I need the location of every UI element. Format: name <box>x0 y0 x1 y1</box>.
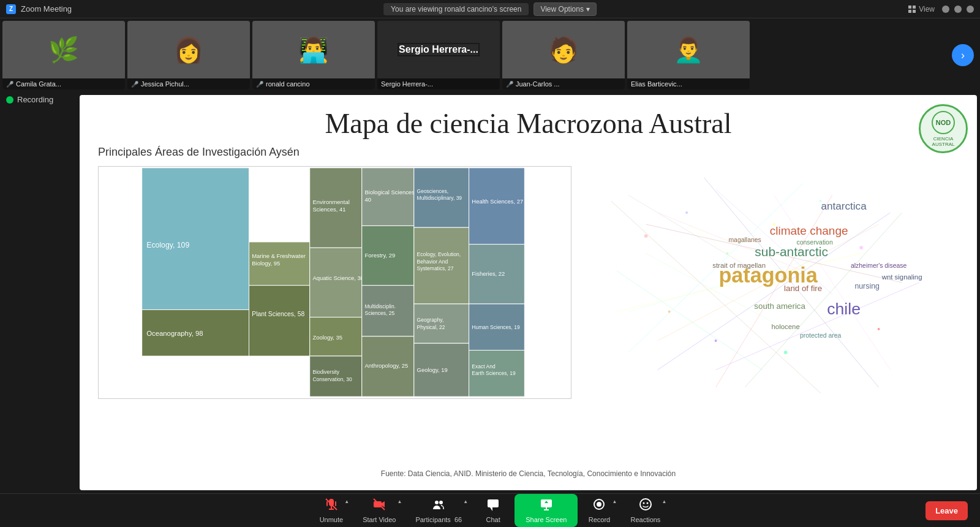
word-holocene: holocene <box>771 323 799 330</box>
svg-text:Geography,: Geography, <box>417 317 444 323</box>
participant-video-ronald: 👨‍💻 <box>252 21 375 78</box>
record-icon <box>592 498 606 514</box>
participants-icon <box>432 498 445 514</box>
minimize-button[interactable] <box>942 6 949 13</box>
unmute-label: Unmute <box>320 516 344 523</box>
share-screen-icon <box>540 498 553 514</box>
participant-video-sergio: Sergio Herrera-... <box>377 21 500 78</box>
svg-point-104 <box>640 499 651 510</box>
svg-text:Conservation, 30: Conservation, 30 <box>312 376 352 382</box>
svg-rect-48 <box>469 168 525 245</box>
microphone-muted-icon <box>325 498 338 514</box>
participant-video-jessica: 👩 <box>127 21 250 78</box>
svg-text:Sciences, 25: Sciences, 25 <box>365 310 395 316</box>
svg-text:Ecology, 109: Ecology, 109 <box>146 241 189 249</box>
svg-text:Biology, 95: Biology, 95 <box>252 260 280 267</box>
share-screen-button[interactable]: Share Screen <box>514 494 578 527</box>
muted-icon-ronald: 🎤 <box>256 81 263 88</box>
svg-text:Exact And: Exact And <box>472 363 496 370</box>
svg-point-82 <box>714 339 717 342</box>
participants-caret[interactable]: ▲ <box>463 499 468 504</box>
participant-thumb-juancarlos[interactable]: 🧑 🎤 Juan-Carlos ... <box>502 21 625 89</box>
network-wordcloud-chart: patagonia sub-antarctic climate change c… <box>578 166 959 399</box>
svg-rect-3 <box>913 10 916 13</box>
participant-thumb-sergio[interactable]: Sergio Herrera-... Sergio Herrera-... <box>377 21 500 89</box>
titlebar: Z Zoom Meeting You are viewing ronald ca… <box>0 0 980 18</box>
muted-icon-camila: 🎤 <box>6 81 13 88</box>
main-content: NOD CIENCIAAUSTRAL Mapa de ciencia Macro… <box>0 92 980 493</box>
chat-icon <box>486 498 500 514</box>
svg-text:Plant Sciences, 58: Plant Sciences, 58 <box>252 311 304 317</box>
svg-text:Aquatic Science, 38: Aquatic Science, 38 <box>312 275 363 281</box>
participants-count: 66 <box>454 516 462 523</box>
close-button[interactable] <box>967 6 974 13</box>
start-video-caret[interactable]: ▲ <box>397 499 402 504</box>
svg-point-77 <box>726 252 728 255</box>
participant-thumb-jessica[interactable]: 👩 🎤 Jessica Pichul... <box>127 21 250 89</box>
recording-indicator: Recording <box>6 95 53 104</box>
svg-text:Biodiversity: Biodiversity <box>312 369 339 375</box>
chevron-down-icon: ▾ <box>586 5 590 13</box>
start-video-button[interactable]: ▲ Start Video <box>353 495 405 526</box>
svg-text:Earth Sciences, 19: Earth Sciences, 19 <box>472 370 516 376</box>
svg-point-76 <box>685 211 688 214</box>
svg-text:Biological Sciences,: Biological Sciences, <box>365 189 417 195</box>
word-wntsignaling: wnt signaling <box>881 273 922 281</box>
record-caret[interactable]: ▲ <box>612 499 617 504</box>
word-nursing: nursing <box>854 282 880 290</box>
svg-text:Systematics, 27: Systematics, 27 <box>417 265 454 271</box>
word-climatechange: climate change <box>769 224 848 237</box>
unmute-caret[interactable]: ▲ <box>344 499 349 504</box>
maximize-button[interactable] <box>954 6 962 13</box>
titlebar-left: Z Zoom Meeting <box>6 4 72 14</box>
word-protectedarea: protected area <box>800 332 842 339</box>
svg-point-95 <box>439 501 443 504</box>
next-participants-button[interactable]: › <box>952 44 974 66</box>
svg-rect-98 <box>541 499 552 507</box>
muted-icon-jessica: 🎤 <box>131 81 138 88</box>
word-magallanes: magallanes <box>728 237 761 243</box>
treemap-chart: Ecology, 109 Marine & Freshwater Biology… <box>98 166 571 399</box>
svg-text:Geology, 19: Geology, 19 <box>417 366 448 373</box>
svg-text:Physical, 22: Physical, 22 <box>417 324 445 330</box>
participants-button[interactable]: ▲ Participants 66 <box>405 495 472 526</box>
svg-text:Zoology, 35: Zoology, 35 <box>312 334 342 341</box>
svg-point-81 <box>668 311 670 313</box>
svg-rect-14 <box>249 286 310 356</box>
recording-label: Recording <box>17 95 53 104</box>
svg-point-105 <box>643 502 644 504</box>
chat-label: Chat <box>486 516 500 523</box>
participant-thumb-ronald[interactable]: 👨‍💻 🎤 ronald cancino <box>252 21 375 89</box>
word-antarctica: antarctica <box>821 200 867 212</box>
svg-rect-1 <box>913 6 916 9</box>
svg-point-4 <box>7 97 13 103</box>
participant-thumb-elias[interactable]: 👨‍🦱 Elias Barticevic... <box>627 21 750 89</box>
app-title: Zoom Meeting <box>21 4 72 13</box>
participants-label: Participants 66 <box>415 516 462 523</box>
start-video-label: Start Video <box>363 516 396 523</box>
participant-name-juancarlos: 🎤 Juan-Carlos ... <box>502 78 625 89</box>
svg-text:Sciences, 41: Sciences, 41 <box>312 206 345 213</box>
reactions-caret[interactable]: ▲ <box>662 499 666 504</box>
participants-strip: 🌿 🎤 Camila Grata... 👩 🎤 Jessica Pichul..… <box>0 18 980 92</box>
svg-text:Ecology, Evolution,: Ecology, Evolution, <box>417 251 461 257</box>
reactions-label: Reactions <box>630 516 660 523</box>
svg-point-103 <box>597 502 601 507</box>
reactions-button[interactable]: ▲ Reactions <box>620 495 670 526</box>
participant-thumb-camila[interactable]: 🌿 🎤 Camila Grata... <box>2 21 125 89</box>
svg-rect-96 <box>488 499 499 507</box>
svg-marker-97 <box>490 507 492 511</box>
participant-video-elias: 👨‍🦱 <box>627 21 750 78</box>
chat-button[interactable]: Chat <box>472 495 514 526</box>
svg-rect-19 <box>310 248 362 317</box>
slide-presentation: NOD CIENCIAAUSTRAL Mapa de ciencia Macro… <box>80 95 977 490</box>
svg-text:Forestry, 29: Forestry, 29 <box>365 252 396 259</box>
svg-text:NOD: NOD <box>936 119 951 126</box>
view-options-button[interactable]: View Options ▾ <box>533 2 596 16</box>
unmute-button[interactable]: ▲ Unmute <box>310 495 353 526</box>
record-button[interactable]: ▲ Record <box>578 495 620 526</box>
leave-button[interactable]: Leave <box>925 501 968 520</box>
participant-name-camila: 🎤 Camila Grata... <box>2 78 125 89</box>
slide-footer: Fuente: Data Ciencia, ANID. Ministerio d… <box>381 469 676 478</box>
view-label: View <box>908 5 935 13</box>
